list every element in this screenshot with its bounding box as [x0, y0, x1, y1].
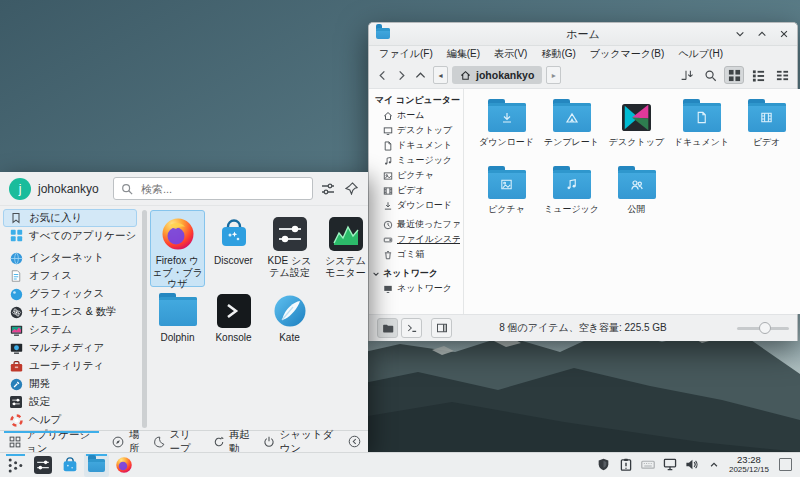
menu-help[interactable]: ヘルプ(H) [671, 47, 730, 61]
menu-file[interactable]: ファイル(F) [372, 47, 440, 61]
taskbar-panel: 23:28 2025/12/15 [0, 452, 800, 477]
icons-view-icon[interactable] [724, 66, 744, 84]
place-downloads[interactable]: ダウンロード [372, 198, 460, 213]
file-desktop[interactable]: デスクトップ [604, 101, 669, 168]
task-discover[interactable] [57, 454, 82, 477]
tray-expander-icon[interactable] [707, 458, 721, 472]
compact-view-icon[interactable] [772, 66, 792, 84]
kde-menu-icon [7, 457, 24, 474]
breadcrumb[interactable]: johokankyo [452, 66, 542, 84]
menu-go[interactable]: 移動(G) [534, 47, 582, 61]
category-multimedia[interactable]: マルチメディア [3, 339, 137, 357]
category-favorites[interactable]: お気に入り [3, 209, 137, 227]
place-network[interactable]: ネットワーク [372, 281, 460, 296]
file-downloads[interactable]: ダウンロード [474, 101, 539, 168]
place-trash[interactable]: ゴミ箱 [372, 247, 460, 262]
task-firefox[interactable] [111, 454, 136, 477]
app-tile-label: Firefox ウェブ・ブラウザ [151, 255, 204, 290]
search-input[interactable] [139, 182, 307, 196]
app-tile-systemsettings[interactable]: KDE システム設定 [262, 210, 317, 287]
up-icon[interactable] [412, 66, 429, 84]
minimize-icon[interactable] [733, 28, 746, 41]
category-help[interactable]: ヘルプ [3, 411, 137, 429]
details-view-icon[interactable] [748, 66, 768, 84]
file-music[interactable]: ミュージック [539, 168, 604, 235]
titlebar[interactable]: ホーム [369, 23, 797, 46]
filter-search-icon[interactable] [700, 66, 720, 84]
place-pictures[interactable]: ピクチャ [372, 168, 460, 183]
category-all-applications[interactable]: すべてのアプリケーション [3, 227, 137, 245]
category-system[interactable]: システム [3, 321, 137, 339]
places-panel-toggle[interactable] [377, 318, 398, 338]
place-videos[interactable]: ビデオ [372, 183, 460, 198]
app-tile-konsole[interactable]: Konsole [206, 287, 261, 364]
menu-view[interactable]: 表示(V) [487, 47, 534, 61]
category-scrollbar[interactable] [140, 208, 149, 430]
menu-bookmarks[interactable]: ブックマーク(B) [583, 47, 672, 61]
file-templates[interactable]: テンプレート [539, 101, 604, 168]
system-monitor-icon [327, 216, 365, 252]
scrollbar-thumb[interactable] [142, 210, 147, 428]
graphics-icon [9, 287, 23, 301]
place-filesystem[interactable]: ファイルシステム [372, 232, 460, 247]
clipboard-icon[interactable] [619, 458, 633, 472]
place-recent[interactable]: 最近使ったファ… [372, 217, 460, 232]
places-section-network[interactable]: ネットワーク [372, 266, 460, 281]
breadcrumb-next[interactable]: ▸ [546, 66, 561, 84]
show-desktop-button[interactable] [779, 458, 792, 471]
category-graphics[interactable]: グラフィックス [3, 285, 137, 303]
app-tile-systemmonitor[interactable]: システムモニター [318, 210, 373, 287]
desktop-pinwheel-icon [621, 103, 652, 132]
file-documents[interactable]: ドキュメント [669, 101, 734, 168]
app-tile-firefox[interactable]: Firefox ウェブ・ブラウザ [150, 210, 205, 287]
keyboard-layout-icon[interactable] [641, 458, 655, 472]
task-dolphin[interactable] [84, 454, 109, 477]
file-public[interactable]: 公開 [604, 168, 669, 235]
sliders-icon [9, 395, 23, 409]
tab-places[interactable]: 場所 [103, 431, 153, 452]
pin-icon[interactable] [343, 181, 359, 197]
category-office[interactable]: オフィス [3, 267, 137, 285]
dolphin-window: ホーム ファイル(F) 編集(E) 表示(V) 移動(G) ブックマーク(B) … [368, 22, 798, 341]
applications-grid-icon [9, 435, 21, 448]
place-documents[interactable]: ドキュメント [372, 138, 460, 153]
panel-toggle[interactable] [431, 318, 452, 338]
digital-clock[interactable]: 23:28 2025/12/15 [729, 455, 769, 474]
category-science-math[interactable]: サイエンス & 数学 [3, 303, 137, 321]
back-icon[interactable] [374, 66, 391, 84]
document-icon [9, 269, 23, 283]
maximize-icon[interactable] [755, 28, 768, 41]
app-tile-dolphin[interactable]: Dolphin [150, 287, 205, 364]
search-box[interactable] [113, 177, 313, 200]
close-icon[interactable] [777, 28, 790, 41]
menu-edit[interactable]: 編集(E) [440, 47, 487, 61]
category-utilities[interactable]: ユーティリティ [3, 357, 137, 375]
leave-more-icon[interactable] [348, 435, 361, 448]
task-systemsettings[interactable] [30, 454, 55, 477]
category-settings[interactable]: 設定 [3, 393, 137, 411]
network-monitor-icon[interactable] [663, 458, 677, 472]
places-section-computer[interactable]: マイ コンピューター [372, 93, 460, 108]
app-tile-discover[interactable]: Discover [206, 210, 261, 287]
volume-icon[interactable] [685, 458, 699, 472]
folder-videos-icon [748, 103, 786, 132]
place-desktop[interactable]: デスクトップ [372, 123, 460, 138]
category-internet[interactable]: インターネット [3, 249, 137, 267]
application-launcher-button[interactable] [3, 454, 28, 477]
avatar[interactable]: j [9, 178, 31, 200]
app-tile-kate[interactable]: Kate [262, 287, 317, 364]
split-view-icon[interactable] [676, 66, 696, 84]
zoom-slider[interactable] [737, 319, 789, 337]
place-home[interactable]: ホーム [372, 108, 460, 123]
security-shield-icon[interactable] [597, 458, 611, 472]
terminal-panel-toggle[interactable] [401, 318, 422, 338]
file-videos[interactable]: ビデオ [734, 101, 799, 168]
tab-applications[interactable]: アプリケーション [0, 431, 103, 452]
file-pictures[interactable]: ピクチャ [474, 168, 539, 235]
forward-icon[interactable] [393, 66, 410, 84]
category-development[interactable]: 開発 [3, 375, 137, 393]
place-music[interactable]: ミュージック [372, 153, 460, 168]
configure-icon[interactable] [320, 181, 336, 197]
zoom-slider-knob[interactable] [759, 322, 771, 334]
breadcrumb-back-toggle[interactable]: ◂ [433, 66, 448, 84]
